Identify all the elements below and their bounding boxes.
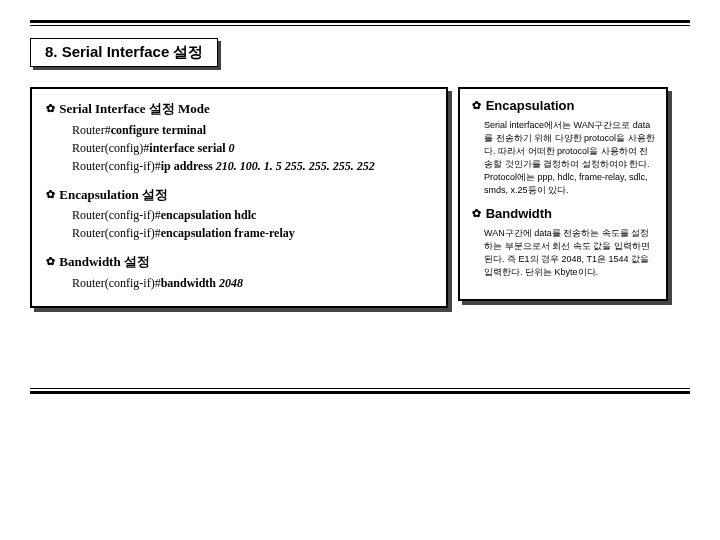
r-head-bw: ✿ Bandwidth bbox=[470, 205, 656, 224]
bullet-icon: ✿ bbox=[44, 186, 56, 203]
sec3-line1: Router(config-if)#bandwidth 2048 bbox=[44, 274, 434, 292]
sec2-title: Encapsulation 설정 bbox=[59, 187, 168, 202]
r-body-encap: Serial interface에서는 WAN구간으로 data를 전송하기 위… bbox=[470, 119, 656, 197]
sec3-title: Bandwidth 설정 bbox=[59, 254, 150, 269]
bottom-rule-thin bbox=[30, 388, 690, 389]
top-rule-thick bbox=[30, 20, 690, 23]
sec1-line3: Router(config-if)#ip address 210. 100. 1… bbox=[44, 157, 434, 175]
left-panel: ✿ Serial Interface 설정 Mode Router#config… bbox=[30, 87, 448, 308]
sec1-line2: Router(config)#interface serial 0 bbox=[44, 139, 434, 157]
sec1-head: ✿ Serial Interface 설정 Mode bbox=[44, 99, 434, 119]
bullet-icon: ✿ bbox=[470, 206, 482, 222]
bullet-icon: ✿ bbox=[44, 100, 56, 117]
top-rule-thin bbox=[30, 25, 690, 26]
sec3-head: ✿ Bandwidth 설정 bbox=[44, 252, 434, 272]
sec2-head: ✿ Encapsulation 설정 bbox=[44, 185, 434, 205]
page-title: 8. Serial Interface 설정 bbox=[30, 38, 218, 67]
r-body-bw: WAN구간에 data를 전송하는 속도를 설정하는 부분으로서 회선 속도 값… bbox=[470, 227, 656, 279]
sec1-line1: Router#configure terminal bbox=[44, 121, 434, 139]
bottom-rule-thick bbox=[30, 391, 690, 394]
sec1-title: Serial Interface 설정 Mode bbox=[59, 101, 210, 116]
bullet-icon: ✿ bbox=[470, 98, 482, 114]
sec2-line2: Router(config-if)#encapsulation frame-re… bbox=[44, 224, 434, 242]
content-row: ✿ Serial Interface 설정 Mode Router#config… bbox=[30, 87, 690, 308]
r-head-encap: ✿ Encapsulation bbox=[470, 97, 656, 116]
bullet-icon: ✿ bbox=[44, 253, 56, 270]
title-box: 8. Serial Interface 설정 bbox=[30, 38, 218, 67]
right-panel: ✿ Encapsulation Serial interface에서는 WAN구… bbox=[458, 87, 668, 301]
sec2-line1: Router(config-if)#encapsulation hdlc bbox=[44, 206, 434, 224]
